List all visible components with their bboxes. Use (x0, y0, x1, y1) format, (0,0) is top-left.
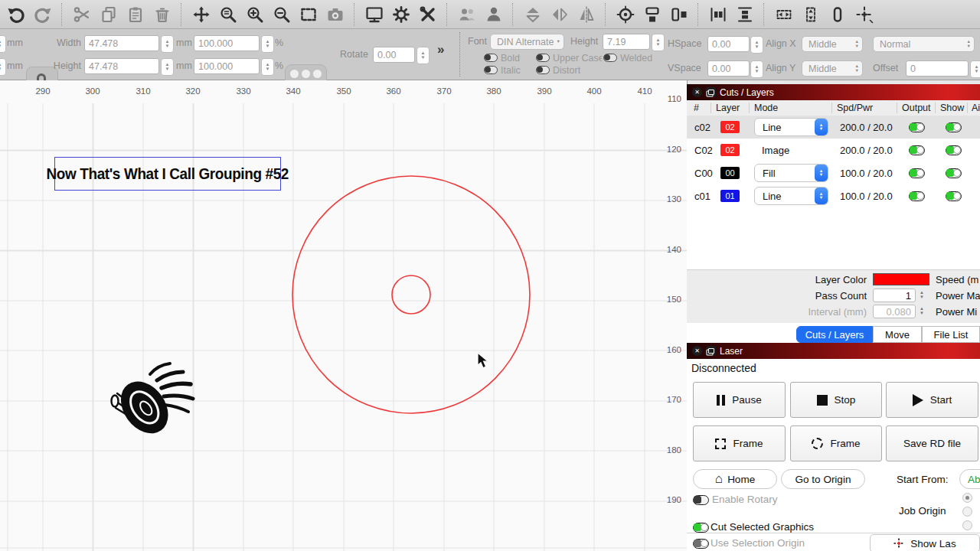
vspace-stepper[interactable] (750, 60, 763, 78)
show-toggle[interactable] (946, 168, 962, 178)
flip-vertical-icon[interactable] (521, 3, 544, 26)
pan-icon[interactable] (190, 3, 212, 26)
frame-circle-button[interactable]: Frame (790, 425, 882, 461)
mode-select[interactable]: Line (754, 187, 828, 205)
resize-width-icon[interactable] (773, 3, 795, 26)
copy-icon[interactable] (97, 3, 119, 26)
home-button[interactable]: Home (693, 469, 777, 489)
layer-color-badge[interactable]: 00 (720, 167, 740, 179)
pause-button[interactable]: Pause (693, 382, 786, 418)
tab-cuts-layers[interactable]: Cuts / Layers (796, 326, 873, 343)
font-height-input[interactable] (603, 34, 650, 50)
height-percent-stepper[interactable] (261, 58, 274, 76)
zoom-to-page-icon[interactable] (217, 3, 239, 26)
team-icon[interactable] (456, 3, 478, 26)
height-stepper[interactable] (161, 58, 174, 76)
outline-shape-icon[interactable] (826, 3, 848, 26)
hspace-input[interactable] (707, 36, 750, 52)
layer-color-badge[interactable]: 02 (720, 144, 740, 156)
close-icon[interactable] (692, 87, 702, 97)
user-icon[interactable] (482, 3, 505, 26)
offset-stepper[interactable] (970, 60, 980, 78)
output-toggle[interactable] (909, 145, 925, 155)
align-objects-a-icon[interactable] (641, 3, 663, 26)
output-toggle[interactable] (909, 122, 925, 132)
font-select[interactable]: DIN Alternate (490, 34, 564, 50)
camera-icon[interactable] (324, 3, 346, 26)
cut-selected-toggle[interactable] (693, 523, 709, 533)
float-window-icon[interactable] (706, 346, 716, 356)
align-y-select[interactable]: Middle (802, 60, 863, 77)
show-toggle[interactable] (946, 191, 962, 201)
workspace-canvas[interactable]: 290 300 310 320 330 340 350 360 370 380 … (0, 80, 687, 551)
save-rd-file-button[interactable]: Save RD file (886, 425, 978, 461)
y-position-stepper[interactable] (0, 58, 6, 76)
toolbar-overflow-chevron[interactable]: » (437, 42, 444, 57)
layer-color-badge[interactable]: 02 (720, 121, 740, 133)
start-from-select[interactable]: Abs (959, 469, 980, 489)
align-objects-b-icon[interactable] (668, 3, 690, 26)
width-percent-input[interactable] (194, 35, 260, 51)
close-icon[interactable] (692, 346, 702, 356)
width-stepper[interactable] (161, 35, 174, 53)
bold-toggle[interactable] (484, 54, 498, 62)
redo-icon[interactable] (31, 3, 54, 26)
job-origin-radio[interactable] (962, 493, 972, 503)
show-toggle[interactable] (946, 122, 962, 132)
monitor-icon[interactable] (363, 3, 385, 26)
layer-color-swatch[interactable] (873, 273, 929, 285)
tab-file-list[interactable]: File List (922, 326, 980, 343)
height-percent-input[interactable] (194, 58, 260, 74)
hspace-stepper[interactable] (750, 36, 763, 54)
paste-icon[interactable] (124, 3, 146, 26)
zoom-in-icon[interactable] (243, 3, 266, 26)
layer-row[interactable]: c02 02 Line 200.0 / 20.0 (687, 116, 980, 139)
height-input[interactable] (84, 58, 159, 74)
interval-stepper[interactable] (917, 305, 926, 318)
mirror-across-line-icon[interactable] (575, 3, 597, 26)
start-button[interactable]: Start (886, 382, 978, 418)
enable-rotary-toggle[interactable] (693, 495, 709, 505)
welded-toggle[interactable] (603, 54, 617, 62)
upper-case-toggle[interactable] (536, 54, 550, 62)
device-settings-icon[interactable] (390, 3, 412, 26)
job-origin-radio[interactable] (962, 520, 972, 530)
font-height-stepper[interactable] (652, 34, 665, 51)
job-origin-radio[interactable] (962, 507, 972, 517)
float-window-icon[interactable] (706, 87, 716, 97)
goto-origin-button[interactable]: Go to Origin (781, 469, 865, 489)
frame-rect-button[interactable]: Frame (693, 425, 786, 461)
mode-select[interactable]: Line (754, 118, 828, 136)
cut-icon[interactable] (70, 3, 93, 26)
resize-height-icon[interactable] (799, 3, 822, 26)
flip-horizontal-icon[interactable] (548, 3, 570, 26)
rotate-stepper[interactable] (416, 47, 430, 64)
distribute-horizontal-icon[interactable] (707, 3, 729, 26)
layer-color-badge[interactable]: 01 (720, 190, 740, 202)
x-position-stepper[interactable] (0, 35, 6, 53)
width-input[interactable] (84, 35, 159, 51)
italic-toggle[interactable] (484, 66, 498, 74)
vspace-input[interactable] (707, 60, 750, 77)
align-x-select[interactable]: Middle (802, 36, 863, 52)
show-toggle[interactable] (946, 145, 962, 155)
layer-row[interactable]: C02 02 Image 200.0 / 20.0 (687, 139, 980, 161)
rotate-input[interactable] (373, 47, 415, 63)
pass-count-input[interactable] (873, 289, 916, 302)
mode-select[interactable]: Fill (754, 164, 828, 182)
distribute-vertical-icon[interactable] (733, 3, 756, 26)
stop-button[interactable]: Stop (790, 382, 882, 418)
center-selection-icon[interactable] (614, 3, 636, 26)
move-to-position-icon[interactable] (853, 3, 875, 26)
layer-row[interactable]: c01 01 Line 100.0 / 20.0 (687, 184, 980, 207)
weld-mode-select[interactable]: Normal (873, 36, 975, 52)
distort-toggle[interactable] (536, 66, 550, 74)
output-toggle[interactable] (909, 191, 925, 201)
width-percent-stepper[interactable] (261, 35, 274, 53)
pass-count-stepper[interactable] (917, 289, 926, 302)
delete-icon[interactable] (151, 3, 173, 26)
tools-icon[interactable] (416, 3, 439, 26)
output-toggle[interactable] (909, 168, 925, 178)
undo-icon[interactable] (5, 3, 27, 26)
select-rectangle-icon[interactable] (297, 3, 319, 26)
